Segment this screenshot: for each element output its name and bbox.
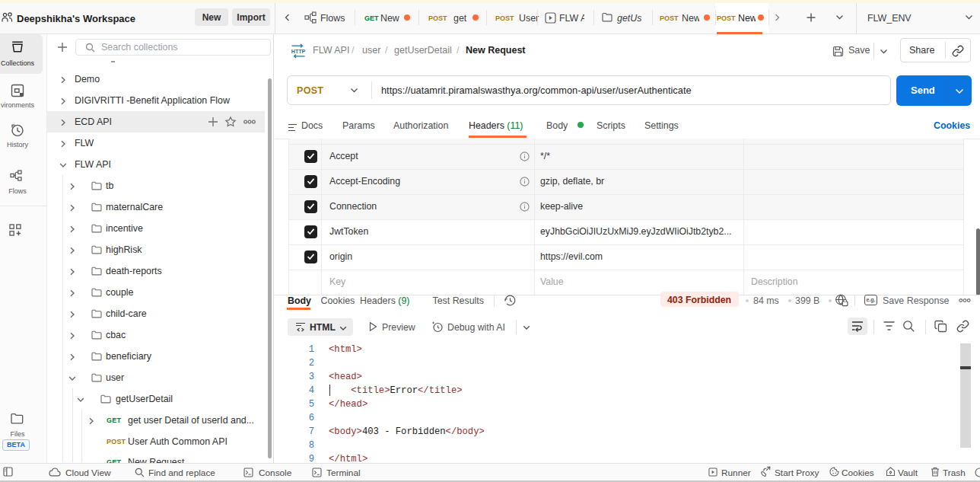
svg-text:HTTP: HTTP (291, 48, 306, 55)
